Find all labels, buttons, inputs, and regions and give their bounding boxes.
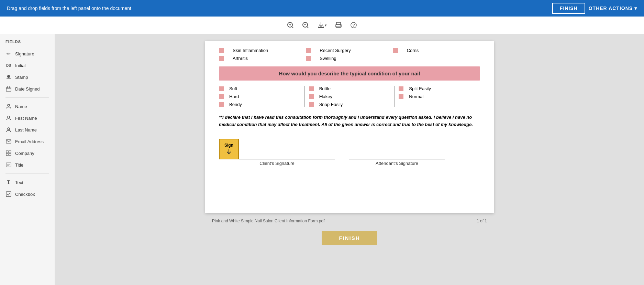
- svg-rect-25: [6, 151, 8, 153]
- nail-flakey-label: Flakey: [319, 94, 332, 99]
- condition-recent-surgery: Recent Surgery: [320, 48, 351, 53]
- svg-line-6: [307, 27, 308, 28]
- instruction-text: Drag and drop fields from the left panel…: [7, 6, 131, 11]
- finish-button-bottom[interactable]: FINISH: [322, 231, 377, 245]
- svg-rect-28: [9, 154, 11, 156]
- checkbox-icon: [5, 191, 12, 197]
- divider-1: [5, 97, 49, 98]
- field-checkbox[interactable]: Checkbox: [0, 188, 55, 200]
- field-name[interactable]: Name: [0, 101, 55, 112]
- field-title[interactable]: Title: [0, 159, 55, 171]
- print-button[interactable]: [332, 20, 345, 31]
- separator-1: [304, 86, 305, 107]
- sign-button[interactable]: Sign: [219, 139, 239, 159]
- checkbox-brittle: [309, 86, 314, 91]
- document-filename: Pink and White Simple Nail Salon Client …: [212, 219, 324, 223]
- field-first-name-label: First Name: [15, 116, 37, 121]
- zoom-in-button[interactable]: [284, 20, 297, 31]
- field-signature[interactable]: ✏ Signature: [0, 48, 55, 60]
- condition-swelling: Swelling: [320, 56, 336, 61]
- nail-conditions-grid: Soft Hard Bendy Brittle: [219, 86, 480, 107]
- field-email-address[interactable]: Email Address: [0, 136, 55, 147]
- main-content: FIELDS ✏ Signature DS Initial Stamp Date…: [0, 34, 644, 285]
- checkbox-snap-easily: [309, 102, 314, 107]
- download-button[interactable]: ▾: [314, 19, 330, 31]
- nail-split-easily-label: Split Easily: [409, 86, 431, 91]
- field-initial[interactable]: DS Initial: [0, 60, 55, 71]
- stamp-icon: [5, 74, 12, 80]
- checkbox-normal: [399, 94, 403, 99]
- name-icon: [5, 103, 12, 109]
- print-icon: [335, 22, 342, 29]
- text-icon: T: [5, 179, 12, 186]
- svg-point-23: [8, 128, 10, 130]
- checkbox-soft: [219, 86, 224, 91]
- initial-icon: DS: [5, 62, 12, 68]
- top-conditions: Skin Inflammation Recent Surgery Corns A…: [219, 48, 480, 61]
- company-icon: [5, 150, 12, 156]
- svg-rect-32: [6, 192, 11, 197]
- page-info: 1 of 1: [477, 219, 487, 223]
- nail-hard: Hard: [219, 94, 300, 99]
- top-bar: Drag and drop fields from the left panel…: [0, 0, 644, 17]
- field-signature-label: Signature: [15, 51, 34, 56]
- field-first-name[interactable]: First Name: [0, 112, 55, 124]
- client-signature-block: Sign Client's Signature: [219, 139, 335, 166]
- svg-point-12: [340, 25, 341, 26]
- date-signed-icon: [5, 86, 12, 92]
- declaration-text: **I declare that I have read this consul…: [219, 114, 480, 128]
- help-button[interactable]: ?: [347, 20, 360, 31]
- svg-rect-29: [6, 163, 11, 167]
- other-actions-menu[interactable]: OTHER ACTIONS ▾: [589, 6, 637, 11]
- field-last-name[interactable]: Last Name: [0, 124, 55, 136]
- svg-text:?: ?: [353, 23, 355, 28]
- checkbox-flakey: [309, 94, 314, 99]
- field-last-name-label: Last Name: [15, 127, 37, 133]
- nail-flakey: Flakey: [309, 94, 390, 99]
- footer-bar: Pink and White Simple Nail Salon Client …: [205, 216, 494, 226]
- svg-point-15: [7, 75, 10, 78]
- field-text[interactable]: T Text: [0, 177, 55, 188]
- nail-brittle-label: Brittle: [319, 86, 331, 91]
- condition-skin-inflammation: Skin Inflammation: [233, 48, 268, 53]
- top-bar-actions: FINISH OTHER ACTIONS ▾: [552, 3, 637, 14]
- first-name-icon: [5, 115, 12, 121]
- svg-point-22: [8, 116, 10, 118]
- nail-soft: Soft: [219, 86, 300, 91]
- title-icon: [5, 162, 12, 168]
- nail-brittle: Brittle: [309, 86, 390, 91]
- checkbox-corns: [393, 48, 398, 53]
- download-icon: [317, 21, 325, 29]
- zoom-in-icon: [287, 22, 294, 29]
- last-name-icon: [5, 127, 12, 133]
- zoom-out-icon: [302, 22, 309, 29]
- svg-point-21: [8, 104, 10, 106]
- svg-rect-27: [6, 154, 8, 156]
- checkbox-hard: [219, 94, 224, 99]
- field-date-signed[interactable]: Date Signed: [0, 83, 55, 95]
- signature-icon: ✏: [5, 51, 12, 57]
- field-company[interactable]: Company: [0, 147, 55, 159]
- sign-arrow-icon: [225, 148, 232, 155]
- signature-area: Sign Client's Signature Attendant's Sign…: [219, 139, 480, 166]
- bottom-finish-area: FINISH: [62, 226, 637, 250]
- svg-line-3: [292, 27, 293, 28]
- field-name-label: Name: [15, 104, 27, 109]
- finish-button-top[interactable]: FINISH: [552, 3, 585, 14]
- field-stamp[interactable]: Stamp: [0, 71, 55, 83]
- attendant-signature-line: [349, 149, 445, 159]
- nail-bendy-label: Bendy: [229, 102, 242, 107]
- divider-2: [5, 173, 49, 174]
- client-signature-label: Client's Signature: [259, 161, 294, 166]
- nail-snap-easily: Snap Easily: [309, 102, 390, 107]
- nail-section-header: How would you describe the typical condi…: [219, 66, 480, 81]
- help-icon: ?: [350, 22, 357, 29]
- condition-arthritis: Arthritis: [233, 56, 248, 61]
- field-email-address-label: Email Address: [15, 139, 44, 144]
- nail-snap-easily-label: Snap Easily: [319, 102, 343, 107]
- field-stamp-label: Stamp: [15, 75, 28, 80]
- field-title-label: Title: [15, 162, 23, 168]
- zoom-out-button[interactable]: [299, 20, 312, 31]
- field-initial-label: Initial: [15, 63, 25, 68]
- field-date-signed-label: Date Signed: [15, 86, 40, 92]
